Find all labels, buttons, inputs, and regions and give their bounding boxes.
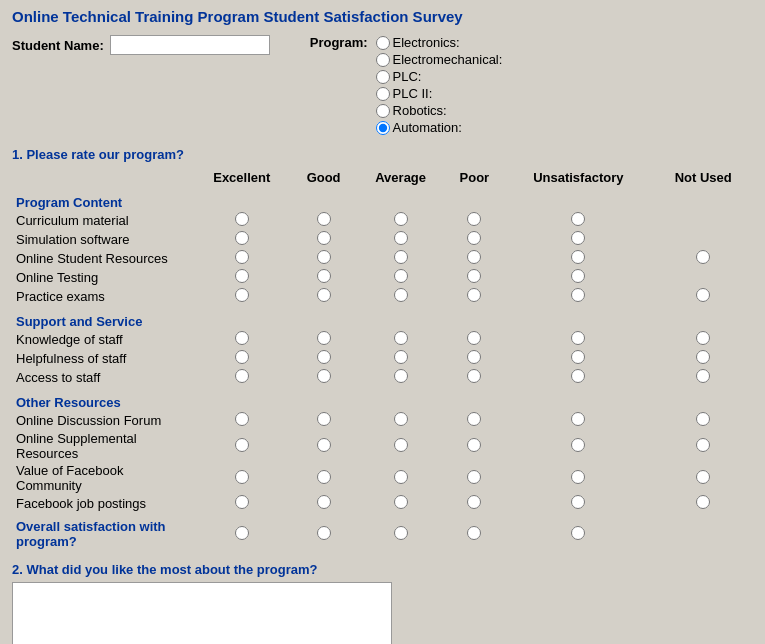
rating-radio[interactable] [467, 350, 481, 364]
rating-radio[interactable] [571, 350, 585, 364]
rating-cell[interactable] [192, 230, 292, 249]
rating-radio[interactable] [571, 495, 585, 509]
overall-radio[interactable] [317, 526, 331, 540]
rating-radio[interactable] [467, 470, 481, 484]
program-option[interactable]: Electronics: [376, 35, 503, 50]
rating-radio[interactable] [317, 495, 331, 509]
rating-radio[interactable] [394, 350, 408, 364]
rating-cell[interactable] [446, 211, 504, 230]
rating-radio[interactable] [317, 231, 331, 245]
program-option[interactable]: PLC II: [376, 86, 503, 101]
rating-cell[interactable] [356, 462, 446, 494]
not-used-radio[interactable] [696, 495, 710, 509]
program-option[interactable]: Electromechanical: [376, 52, 503, 67]
rating-cell[interactable] [356, 287, 446, 306]
rating-cell[interactable] [192, 287, 292, 306]
rating-cell[interactable] [192, 430, 292, 462]
rating-cell[interactable] [292, 230, 356, 249]
rating-cell[interactable] [192, 368, 292, 387]
rating-cell[interactable] [356, 368, 446, 387]
rating-radio[interactable] [571, 331, 585, 345]
rating-cell[interactable] [446, 287, 504, 306]
not-used-cell[interactable] [653, 462, 753, 494]
rating-radio[interactable] [317, 369, 331, 383]
rating-cell[interactable] [192, 211, 292, 230]
rating-radio[interactable] [317, 331, 331, 345]
rating-cell[interactable] [192, 330, 292, 349]
rating-cell[interactable] [503, 211, 653, 230]
rating-cell[interactable] [192, 349, 292, 368]
rating-cell[interactable] [292, 411, 356, 430]
program-radio-automation[interactable] [376, 121, 390, 135]
rating-cell[interactable] [356, 430, 446, 462]
rating-cell[interactable] [292, 268, 356, 287]
rating-radio[interactable] [394, 438, 408, 452]
not-used-radio[interactable] [696, 470, 710, 484]
rating-radio[interactable] [571, 288, 585, 302]
rating-radio[interactable] [394, 470, 408, 484]
not-used-cell[interactable] [653, 230, 753, 249]
rating-cell[interactable] [192, 249, 292, 268]
overall-radio[interactable] [467, 526, 481, 540]
rating-radio[interactable] [235, 495, 249, 509]
rating-radio[interactable] [235, 231, 249, 245]
rating-cell[interactable] [356, 330, 446, 349]
rating-cell[interactable] [356, 494, 446, 513]
rating-cell[interactable] [503, 349, 653, 368]
rating-cell[interactable] [292, 494, 356, 513]
rating-radio[interactable] [467, 250, 481, 264]
rating-radio[interactable] [467, 331, 481, 345]
rating-radio[interactable] [394, 231, 408, 245]
not-used-radio[interactable] [696, 350, 710, 364]
rating-cell[interactable] [356, 268, 446, 287]
rating-cell[interactable] [503, 330, 653, 349]
rating-radio[interactable] [571, 470, 585, 484]
not-used-cell[interactable] [653, 330, 753, 349]
program-radio-electronics[interactable] [376, 36, 390, 50]
rating-radio[interactable] [467, 231, 481, 245]
program-radio-electromechanical[interactable] [376, 53, 390, 67]
rating-cell[interactable] [192, 494, 292, 513]
rating-radio[interactable] [394, 288, 408, 302]
rating-cell[interactable] [446, 494, 504, 513]
rating-radio[interactable] [317, 269, 331, 283]
rating-cell[interactable] [503, 249, 653, 268]
rating-radio[interactable] [235, 288, 249, 302]
overall-rating-cell[interactable] [292, 513, 356, 550]
rating-cell[interactable] [292, 349, 356, 368]
not-used-radio[interactable] [696, 331, 710, 345]
rating-cell[interactable] [292, 249, 356, 268]
rating-radio[interactable] [571, 438, 585, 452]
not-used-cell[interactable] [653, 211, 753, 230]
rating-cell[interactable] [356, 349, 446, 368]
not-used-cell[interactable] [653, 287, 753, 306]
rating-radio[interactable] [235, 412, 249, 426]
rating-cell[interactable] [292, 462, 356, 494]
not-used-radio[interactable] [696, 288, 710, 302]
rating-cell[interactable] [192, 268, 292, 287]
rating-cell[interactable] [503, 430, 653, 462]
rating-radio[interactable] [467, 212, 481, 226]
rating-radio[interactable] [317, 438, 331, 452]
not-used-radio[interactable] [696, 412, 710, 426]
rating-radio[interactable] [235, 212, 249, 226]
rating-cell[interactable] [292, 330, 356, 349]
rating-cell[interactable] [356, 211, 446, 230]
rating-cell[interactable] [503, 230, 653, 249]
not-used-radio[interactable] [696, 369, 710, 383]
not-used-cell[interactable] [653, 368, 753, 387]
rating-radio[interactable] [467, 412, 481, 426]
rating-cell[interactable] [292, 287, 356, 306]
rating-cell[interactable] [356, 411, 446, 430]
rating-radio[interactable] [571, 250, 585, 264]
rating-radio[interactable] [317, 250, 331, 264]
rating-radio[interactable] [467, 288, 481, 302]
overall-rating-cell[interactable] [446, 513, 504, 550]
student-name-input[interactable] [110, 35, 270, 55]
rating-cell[interactable] [503, 494, 653, 513]
not-used-cell[interactable] [653, 411, 753, 430]
rating-cell[interactable] [503, 287, 653, 306]
rating-radio[interactable] [394, 212, 408, 226]
not-used-cell[interactable] [653, 430, 753, 462]
rating-radio[interactable] [571, 212, 585, 226]
